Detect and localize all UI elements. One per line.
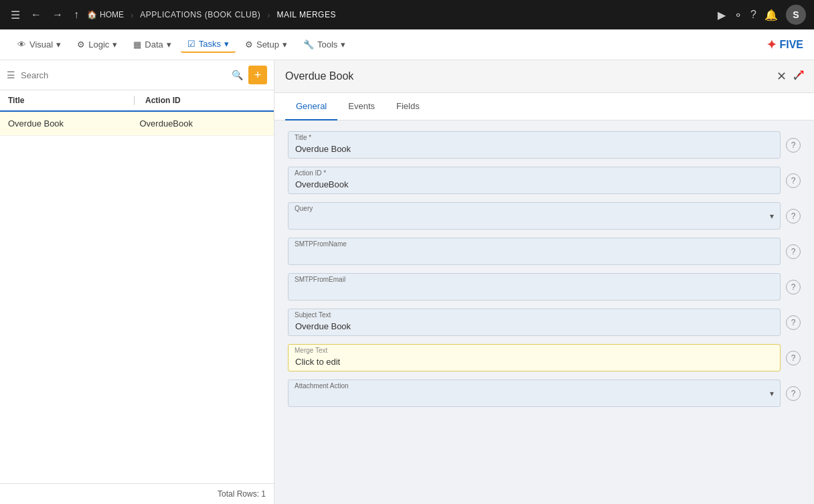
search-icon[interactable]: 🔍: [232, 70, 243, 80]
smtp-from-email-input[interactable]: [288, 273, 781, 301]
action-id-help-icon[interactable]: ?: [786, 173, 801, 188]
breadcrumb-mail-merges[interactable]: MAIL MERGES: [277, 10, 336, 19]
logic-chevron-icon: ▾: [112, 39, 117, 50]
back-icon[interactable]: ←: [28, 6, 44, 23]
smtp-from-name-help-icon[interactable]: ?: [786, 244, 801, 259]
logo-star-icon: ✦: [766, 37, 777, 52]
merge-text-help-icon[interactable]: ?: [786, 351, 801, 365]
home-nav-item[interactable]: 🏠 HOME: [87, 10, 124, 19]
nav-visual[interactable]: 👁 Visual ▾: [11, 37, 68, 52]
smtp-from-email-field-wrapper: SMTPFromEmail: [288, 273, 781, 301]
main-layout: ☰ 🔍 + Title Action ID Overdue Book Overd…: [0, 60, 814, 504]
query-select[interactable]: [288, 202, 781, 230]
title-form-field: Title * ?: [288, 131, 801, 159]
query-form-field: Query ▾ ?: [288, 202, 801, 230]
panel-actions: ✕ ✓ ↗: [777, 68, 803, 84]
subject-text-input[interactable]: [288, 309, 781, 336]
subject-text-help-icon[interactable]: ?: [786, 315, 801, 330]
action-id-field-wrapper: Action ID *: [288, 167, 781, 194]
eye-icon: 👁: [17, 39, 26, 50]
tab-fields[interactable]: Fields: [386, 93, 430, 120]
column-action-id: Action ID: [140, 96, 266, 105]
title-field-wrapper: Title *: [288, 131, 781, 159]
column-separator: [134, 96, 135, 105]
breadcrumb-separator-1: ›: [131, 10, 133, 20]
data-chevron-icon: ▾: [167, 39, 171, 50]
attachment-action-help-icon[interactable]: ?: [786, 386, 801, 401]
tasks-chevron-icon: ▾: [224, 39, 229, 49]
setup-icon: ⚙: [245, 39, 253, 50]
arrow-indicator: ↗: [796, 67, 805, 80]
forward-icon[interactable]: →: [50, 6, 66, 23]
query-help-icon[interactable]: ?: [786, 209, 801, 224]
top-navigation: ☰ ← → ↑ 🏠 HOME › APPLICATIONS (BOOK CLUB…: [0, 0, 814, 29]
setup-chevron-icon: ▾: [282, 39, 287, 50]
nav-right-actions: ▶ ⚬ ? 🔔 S: [718, 5, 806, 25]
five-logo: ✦ FIVE: [766, 37, 803, 52]
action-id-input[interactable]: [288, 167, 781, 194]
subject-text-form-field: Subject Text ?: [288, 309, 801, 336]
subject-text-field-wrapper: Subject Text: [288, 309, 781, 336]
query-field-wrapper: Query ▾: [288, 202, 781, 230]
merge-text-field-wrapper: Merge Text: [288, 344, 781, 371]
smtp-from-name-field-wrapper: SMTPFromName: [288, 238, 781, 265]
row-title: Overdue Book: [8, 118, 135, 129]
table-header: Title Action ID: [0, 90, 274, 112]
up-icon[interactable]: ↑: [71, 6, 82, 23]
tab-events[interactable]: Events: [337, 93, 386, 120]
attachment-action-dropdown-icon: ▾: [770, 389, 774, 398]
tools-icon: 🔧: [303, 39, 314, 50]
merge-text-input[interactable]: [288, 344, 781, 371]
filter-icon: ☰: [7, 70, 15, 80]
breadcrumb-separator-2: ›: [267, 10, 270, 20]
smtp-from-name-form-field: SMTPFromName ?: [288, 238, 801, 265]
tab-general[interactable]: General: [285, 93, 337, 120]
help-nav-icon[interactable]: ?: [750, 9, 756, 21]
play-icon[interactable]: ▶: [718, 9, 726, 21]
title-input[interactable]: [288, 131, 781, 159]
attachment-action-form-field: Attachment Action ▾ ?: [288, 380, 801, 407]
attachment-action-select[interactable]: [288, 380, 781, 407]
row-action-id: OverdueBook: [135, 118, 266, 129]
home-label: HOME: [100, 10, 124, 19]
add-button[interactable]: +: [248, 66, 267, 84]
tools-chevron-icon: ▾: [341, 39, 345, 50]
tasks-icon: ☑: [187, 39, 195, 49]
table-row[interactable]: Overdue Book OverdueBook: [0, 112, 274, 136]
menu-icon[interactable]: ☰: [8, 6, 23, 24]
search-input[interactable]: [21, 70, 226, 80]
search-nav-icon[interactable]: ⚬: [734, 9, 742, 21]
panel-title: Overdue Book: [285, 70, 353, 82]
nav-setup[interactable]: ⚙ Setup ▾: [238, 37, 294, 52]
merge-text-form-field: Merge Text ?: [288, 344, 801, 371]
smtp-from-email-help-icon[interactable]: ?: [786, 280, 801, 295]
attachment-action-field-wrapper: Attachment Action ▾: [288, 380, 781, 407]
panel-header: Overdue Book ✕ ✓ ↗: [274, 60, 814, 93]
visual-chevron-icon: ▾: [56, 39, 61, 50]
smtp-from-email-form-field: SMTPFromEmail ?: [288, 273, 801, 301]
home-icon: 🏠: [87, 10, 97, 19]
logo-text: FIVE: [779, 39, 803, 51]
logic-icon: ⚙: [77, 39, 85, 50]
data-icon: ▦: [133, 39, 141, 50]
bell-icon[interactable]: 🔔: [764, 9, 778, 21]
nav-logic[interactable]: ⚙ Logic ▾: [70, 37, 124, 52]
title-help-icon[interactable]: ?: [786, 138, 801, 153]
search-bar: ☰ 🔍 +: [0, 60, 274, 90]
smtp-from-name-input[interactable]: [288, 238, 781, 265]
nav-tasks[interactable]: ☑ Tasks ▾: [181, 36, 236, 53]
total-rows-label: Total Rows: 1: [218, 489, 266, 499]
breadcrumb-applications[interactable]: APPLICATIONS (BOOK CLUB): [140, 10, 260, 19]
table-footer: Total Rows: 1: [0, 483, 274, 504]
form-area: Title * ? Action ID * ?: [274, 120, 814, 504]
second-navigation: 👁 Visual ▾ ⚙ Logic ▾ ▦ Data ▾ ☑ Tasks ▾ …: [0, 29, 814, 60]
nav-data[interactable]: ▦ Data ▾: [127, 37, 177, 52]
user-avatar[interactable]: S: [786, 5, 806, 25]
left-panel: ☰ 🔍 + Title Action ID Overdue Book Overd…: [0, 60, 274, 504]
nav-tools[interactable]: 🔧 Tools ▾: [297, 37, 352, 52]
action-id-form-field: Action ID * ?: [288, 167, 801, 194]
close-button[interactable]: ✕: [777, 69, 787, 84]
column-title: Title: [8, 96, 129, 105]
tabs-bar: General Events Fields: [274, 93, 814, 120]
query-dropdown-icon: ▾: [770, 212, 774, 221]
